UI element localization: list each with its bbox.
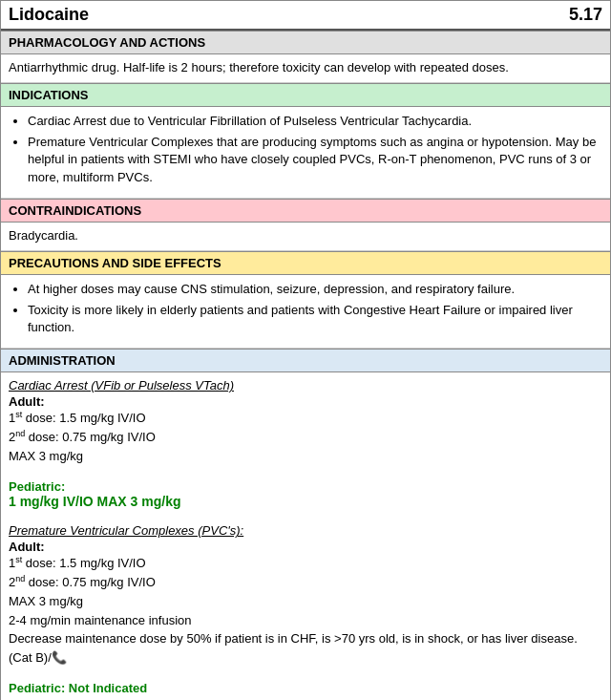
superscript-st: st bbox=[15, 410, 22, 419]
pharmacology-header: PHARMACOLOGY AND ACTIONS bbox=[1, 31, 610, 54]
adult-dose2: 2nd dose: 0.75 mg/kg IV/IO bbox=[9, 428, 602, 447]
adult-max: MAX 3 mg/kg bbox=[9, 447, 602, 466]
drug-title: Lidocaine bbox=[9, 5, 89, 25]
pvc-adult-label: Adult: bbox=[9, 540, 602, 554]
pvc-heading: Premature Ventricular Complexes (PVC's): bbox=[9, 523, 602, 538]
list-item: Toxicity is more likely in elderly patie… bbox=[28, 302, 602, 336]
page: Lidocaine 5.17 PHARMACOLOGY AND ACTIONS … bbox=[0, 0, 611, 700]
pediatric-label: Pediatric: bbox=[9, 479, 602, 494]
pharmacology-content: Antiarrhythmic drug. Half-life is 2 hour… bbox=[1, 54, 610, 83]
drug-number: 5.17 bbox=[569, 5, 602, 25]
pvc-pediatric-line: Pediatric: Not Indicated bbox=[9, 681, 602, 695]
precautions-content: At higher doses may cause CNS stimulatio… bbox=[1, 275, 610, 350]
pvc-adult-dose1: 1st dose: 1.5 mg/kg IV/IO bbox=[9, 554, 602, 573]
cardiac-heading: Cardiac Arrest (VFib or Pulseless VTach) bbox=[9, 378, 602, 392]
indications-content: Cardiac Arrest due to Ventricular Fibril… bbox=[1, 107, 610, 199]
adult-dose1: 1st dose: 1.5 mg/kg IV/IO bbox=[9, 409, 602, 428]
indications-list: Cardiac Arrest due to Ventricular Fibril… bbox=[9, 113, 602, 186]
indications-header: INDICATIONS bbox=[1, 83, 610, 107]
pvc-adult-dose2: 2nd dose: 0.75 mg/kg IV/IO bbox=[9, 573, 602, 592]
superscript-nd2: nd bbox=[15, 574, 25, 583]
precautions-header: PRECAUTIONS AND SIDE EFFECTS bbox=[1, 251, 610, 275]
pvc-pediatric-dose: Not Indicated bbox=[69, 681, 147, 695]
pediatric-dose: 1 mg/kg IV/IO MAX 3 mg/kg bbox=[9, 494, 602, 509]
adult-label: Adult: bbox=[9, 394, 602, 409]
pvc-adult-max: MAX 3 mg/kg bbox=[9, 592, 602, 611]
header: Lidocaine 5.17 bbox=[1, 1, 610, 31]
pvc-maintenance: 2-4 mg/min maintenance infusion bbox=[9, 611, 602, 630]
administration-content: Cardiac Arrest (VFib or Pulseless VTach)… bbox=[1, 372, 610, 700]
contraindications-header: CONTRAINDICATIONS bbox=[1, 199, 610, 223]
pvc-decrease: Decrease maintenance dose by 50% if pati… bbox=[9, 629, 602, 667]
contraindications-content: Bradycardia. bbox=[1, 223, 610, 251]
superscript-st2: st bbox=[15, 555, 22, 564]
list-item: At higher doses may cause CNS stimulatio… bbox=[28, 281, 602, 298]
precautions-list: At higher doses may cause CNS stimulatio… bbox=[9, 281, 602, 337]
list-item: Cardiac Arrest due to Ventricular Fibril… bbox=[28, 113, 602, 130]
pvc-pediatric-label: Pediatric: bbox=[9, 681, 69, 695]
administration-header: ADMINISTRATION bbox=[1, 349, 610, 372]
superscript-nd: nd bbox=[15, 429, 25, 438]
list-item: Premature Ventricular Complexes that are… bbox=[28, 134, 602, 186]
